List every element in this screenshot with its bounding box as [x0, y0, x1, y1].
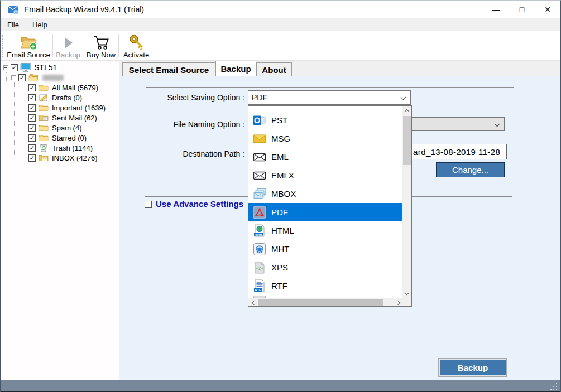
tree-connector [23, 118, 27, 118]
toolbar: Email Source Backup Buy Now [1, 31, 560, 61]
status-bar [1, 380, 560, 391]
tab-about[interactable]: About [256, 62, 292, 76]
dropdown-item-mbox[interactable]: MBOX [248, 185, 402, 203]
dropdown-item-pst[interactable]: PST [248, 111, 402, 129]
tree-checkbox[interactable]: ✓ [28, 134, 36, 142]
saving-option-value: PDF [252, 93, 267, 102]
tree-checkbox[interactable]: ✓ [28, 144, 36, 152]
tree-node-folder[interactable]: ✓ Spam (4) [1, 123, 119, 133]
dropdown-item-label: MHT [271, 244, 290, 254]
dropdown-item-html[interactable]: HTML HTML [248, 221, 402, 240]
scrollbar-thumb[interactable] [403, 116, 411, 165]
dropdown-item-msg[interactable]: MSG [248, 129, 402, 148]
dropdown-item-pdf-selected[interactable]: PDF [248, 203, 402, 221]
tree-checkbox[interactable]: ✓ [28, 94, 36, 101]
mht-globe-icon [252, 242, 267, 257]
tree-checkbox[interactable]: ✓ [18, 74, 26, 81]
collapse-icon[interactable] [11, 75, 16, 80]
tree-node-folder[interactable]: ✓ Drafts (0) [1, 93, 119, 103]
tree-checkbox[interactable]: ✓ [28, 114, 36, 122]
tree-root-label: STL51 [34, 63, 57, 72]
backup-toolbar-button: Backup [54, 32, 82, 59]
svg-text:HTML: HTML [255, 233, 263, 236]
chevron-down-icon [495, 122, 500, 127]
buy-now-label: Buy Now [87, 51, 116, 59]
dropdown-item-label: RTF [271, 281, 287, 291]
tree-folder-label: Spam (4) [52, 124, 81, 132]
dropdown-item-label: PDF [271, 207, 288, 217]
dropdown-item-xps[interactable]: </> XPS [248, 258, 402, 277]
dropdown-item-emlx[interactable]: EMLX [248, 166, 402, 185]
emlx-envelope-icon [252, 168, 267, 183]
tree-folder-label: Important (1639) [52, 104, 106, 112]
menu-help[interactable]: Help [26, 18, 54, 31]
dropdown-item-rtf[interactable]: RTF RTF [248, 277, 402, 295]
saving-option-combobox[interactable]: PDF [248, 90, 411, 105]
xps-code-icon: </> [252, 260, 267, 275]
scroll-down-icon[interactable] [402, 289, 411, 298]
toolbar-grip [2, 35, 4, 57]
svg-text:</>: </> [256, 266, 263, 271]
tree-node-folder[interactable]: ✓ Important (1639) [1, 103, 119, 113]
menu-file[interactable]: File [1, 18, 26, 31]
change-button[interactable]: Change... [436, 162, 505, 177]
scroll-right-icon[interactable] [394, 298, 403, 307]
activate-button[interactable]: Activate [120, 32, 152, 59]
folder-icon [38, 123, 49, 132]
tree-checkbox[interactable]: ✓ [28, 104, 36, 112]
advance-settings-checkbox[interactable] [145, 201, 152, 208]
buy-now-button[interactable]: Buy Now [84, 32, 118, 59]
tree-node-root[interactable]: ✓ STL51 [1, 62, 119, 72]
svg-text:RTF: RTF [255, 288, 261, 291]
tree-node-folder[interactable]: ✓ Starred (0) [1, 133, 119, 143]
key-icon [128, 32, 145, 50]
tab-backup[interactable]: Backup [215, 61, 256, 76]
tree-node-account[interactable]: ✓ [1, 72, 119, 83]
pdf-icon [252, 205, 267, 220]
collapse-icon[interactable] [3, 65, 8, 70]
maximize-icon[interactable]: □ [509, 1, 535, 18]
tree-node-folder[interactable]: ✓ All Mail (5679) [1, 83, 119, 93]
folder-icon [38, 103, 49, 112]
backup-play-icon [61, 32, 75, 50]
dropdown-vertical-scrollbar[interactable] [402, 106, 411, 298]
scrollbar-thumb[interactable] [258, 299, 383, 306]
tree-folder-label: INBOX (4276) [52, 154, 98, 162]
rtf-doc-icon: RTF [252, 279, 267, 293]
dropdown-horizontal-scrollbar[interactable] [248, 298, 411, 306]
tree-node-folder[interactable]: ✓ Sent Mail (62) [1, 113, 119, 123]
trash-icon [38, 143, 49, 152]
computer-icon [20, 63, 31, 72]
dropdown-item-eml[interactable]: EML [248, 148, 402, 166]
file-naming-label: File Naming Option : [135, 120, 244, 129]
dropdown-item-label: MSG [271, 134, 290, 143]
tree-folder-label: Sent Mail (62) [52, 114, 97, 122]
backup-button[interactable]: Backup [438, 358, 507, 377]
resize-grip[interactable] [550, 383, 557, 390]
tree-checkbox[interactable]: ✓ [28, 84, 36, 91]
email-source-folder-plus-icon [19, 32, 38, 50]
dropdown-item-mht[interactable]: MHT [248, 240, 402, 258]
minimize-icon[interactable]: — [483, 1, 509, 18]
email-source-button[interactable]: Email Source [5, 32, 52, 59]
dropdown-item-label: XPS [271, 263, 288, 272]
tree-node-folder[interactable]: ✓ INBOX (4276) [1, 153, 119, 163]
tree-checkbox[interactable]: ✓ [11, 64, 18, 71]
mbox-stack-icon [252, 187, 267, 201]
folder-icon [38, 133, 49, 142]
chevron-down-icon [401, 95, 406, 100]
tree-checkbox[interactable]: ✓ [28, 124, 36, 132]
scroll-left-icon[interactable] [248, 298, 257, 307]
tree-checkbox[interactable]: ✓ [28, 154, 36, 162]
title-bar: Email Backup Wizard v9.4.1 (Trial) — □ ✕ [1, 1, 560, 18]
shopping-cart-icon [93, 32, 109, 50]
tab-select-email-source[interactable]: Select Email Source [122, 62, 215, 76]
dropdown-item-label: EMLX [271, 171, 294, 180]
drafts-icon [38, 93, 49, 102]
inbox-icon [38, 153, 49, 162]
scroll-up-icon[interactable] [402, 106, 411, 115]
tree-connector [23, 128, 27, 128]
close-icon[interactable]: ✕ [535, 1, 560, 18]
destination-path-value: ard_13-08-2019 11-28 [413, 147, 500, 157]
tree-node-folder[interactable]: ✓ Trash (1144) [1, 143, 119, 153]
